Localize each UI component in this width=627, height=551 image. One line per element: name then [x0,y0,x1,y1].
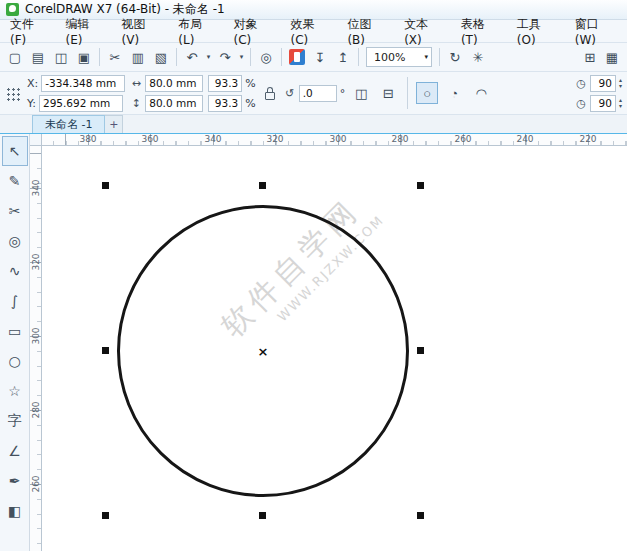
menu-table[interactable]: 表格(T) [453,13,509,50]
start-angle-spinner[interactable]: ▴ ▾ [619,77,622,89]
menu-layout[interactable]: 布局(L) [170,13,225,50]
selection-handle-middle-left[interactable] [102,347,109,354]
redo-icon: ↷ [220,50,231,65]
height-icon: ↕ [130,97,142,110]
object-height-input[interactable] [145,95,203,112]
search-content-button[interactable]: ◎ [255,46,277,68]
redo-dropdown-button[interactable]: ▾ [237,46,246,68]
hruler-label: 380 [79,134,96,145]
undo-button[interactable]: ↶ [181,46,203,68]
flip-horizontal-button[interactable]: ◫ [350,82,372,104]
flip-vertical-button[interactable]: ⊟ [377,82,399,104]
plus-icon: + [109,118,118,131]
zoom-level-select[interactable]: 100% ▾ [366,47,432,67]
rectangle-tool[interactable]: ▭ [2,316,28,346]
refresh-icon: ↻ [450,50,461,65]
lock-aspect-ratio-button[interactable] [261,80,279,106]
undo-dropdown-button[interactable]: ▾ [204,46,213,68]
show-grid-button[interactable]: ⊞ [579,46,601,68]
menu-view[interactable]: 视图(V) [114,13,171,50]
application-launcher-icon [289,49,305,65]
selection-handle-bottom-center[interactable] [259,512,266,519]
shape-tool-icon: ✎ [9,173,21,189]
ellipse-icon: ○ [423,86,431,101]
toolbar-separator [281,48,282,66]
selection-handle-top-left[interactable] [102,182,109,189]
propbar-separator [407,77,408,109]
open-button[interactable]: ▤ [27,46,49,68]
hruler-label: 280 [391,134,408,145]
object-center-mark: × [258,344,269,359]
menu-tools[interactable]: 工具(O) [509,13,567,50]
object-origin-selector[interactable] [5,86,20,101]
polygon-tool[interactable]: ☆ [2,376,28,406]
text-tool-icon: 字 [8,412,22,430]
menu-file[interactable]: 文件(F) [2,13,57,50]
interactive-fill-tool[interactable]: ◧ [2,496,28,526]
start-angle-input[interactable] [590,75,616,92]
end-angle-input[interactable] [590,95,616,112]
cut-button[interactable]: ✂ [104,46,126,68]
ellipse-tool[interactable]: ○ [2,346,28,376]
pie-mode-button[interactable]: ◔ [443,82,465,104]
drawing-page[interactable]: 软件自学网 WWW.RJZXW.COM × [42,146,627,551]
application-launcher-button[interactable] [286,46,308,68]
menu-window[interactable]: 窗口(W) [567,13,627,50]
end-angle-spinner[interactable]: ▴ ▾ [619,97,622,109]
crop-tool[interactable]: ✂ [2,196,28,226]
menu-bitmaps[interactable]: 位图(B) [339,13,396,50]
pick-tool[interactable]: ↖ [2,136,28,166]
print-button[interactable]: ▣ [73,46,95,68]
menu-edit[interactable]: 编辑(E) [57,13,113,50]
ellipse-mode-button[interactable]: ○ [416,82,438,104]
menu-text[interactable]: 文本(X) [396,13,453,50]
document-tab[interactable]: 未命名 -1 [32,115,105,133]
selection-handle-middle-right[interactable] [417,347,424,354]
dockers-button[interactable]: ▦ [601,46,623,68]
hruler-label: 220 [579,134,596,145]
scale-y-input[interactable] [208,95,242,112]
ruler-origin-corner[interactable] [30,134,42,146]
save-button[interactable]: ◫ [50,46,72,68]
parallel-dimension-tool[interactable]: ∠ [2,436,28,466]
rectangle-tool-icon: ▭ [8,323,21,339]
selection-handle-top-center[interactable] [259,182,266,189]
toolbar-right-group: ⊞ ▦ [579,46,623,68]
artistic-media-tool[interactable]: ∫ [2,286,28,316]
menu-object[interactable]: 对象(C) [226,13,283,50]
scale-x-input[interactable] [208,75,242,92]
selection-handle-bottom-left[interactable] [102,512,109,519]
toolbar-separator [439,48,440,66]
options-button[interactable]: ✳ [467,46,489,68]
text-tool[interactable]: 字 [2,406,28,436]
import-button[interactable]: ↧ [309,46,331,68]
shape-tool[interactable]: ✎ [2,166,28,196]
copy-button[interactable]: ▥ [127,46,149,68]
new-document-button[interactable]: ▢ [4,46,26,68]
document-tab-bar: 未命名 -1 + [0,115,627,134]
menu-effects[interactable]: 效果(C) [282,13,339,50]
selection-handle-bottom-right[interactable] [417,512,424,519]
flip-vertical-icon: ⊟ [383,86,394,101]
selection-handle-top-right[interactable] [417,182,424,189]
print-icon: ▣ [78,50,90,65]
paste-button[interactable]: ▧ [150,46,172,68]
redo-button[interactable]: ↷ [214,46,236,68]
end-angle-icon: ◷ [575,97,587,110]
grid-icon: ⊞ [585,50,596,65]
vertical-ruler[interactable]: 340 320 300 280 260 [30,146,42,551]
x-position-input[interactable] [41,75,125,92]
new-document-tab-button[interactable]: + [105,115,123,133]
coreldraw-logo-icon [6,3,19,16]
object-width-input[interactable] [145,75,203,92]
zoom-tool[interactable]: ◎ [2,226,28,256]
horizontal-ruler[interactable]: 380 360 340 320 300 280 260 240 220 [42,134,627,146]
y-position-input[interactable] [39,95,123,112]
refresh-button[interactable]: ↻ [444,46,466,68]
freehand-tool[interactable]: ∿ [2,256,28,286]
pen-tool[interactable]: ✒ [2,466,28,496]
arc-mode-button[interactable]: ◠ [470,82,492,104]
hruler-label: 340 [204,134,221,145]
export-button[interactable]: ↥ [332,46,354,68]
rotation-angle-input[interactable] [299,85,337,102]
